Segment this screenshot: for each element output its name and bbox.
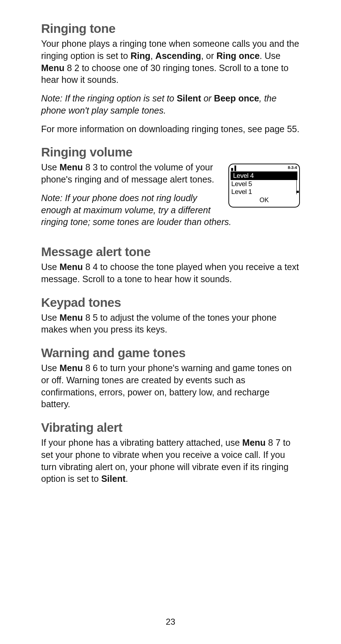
text: If your phone has a vibrating battery at…	[41, 438, 242, 448]
note-ringing-tone: Note: If the ringing option is set to Si…	[41, 93, 300, 117]
text: Use	[41, 162, 59, 172]
bold-menu: Menu	[41, 63, 64, 73]
scrollbar-icon	[296, 179, 298, 194]
para-message-alert: Use Menu 8 4 to choose the tone played w…	[41, 261, 300, 285]
text: . Use	[260, 51, 280, 61]
para-keypad-tones: Use Menu 8 5 to adjust the volume of the…	[41, 312, 300, 336]
bold-menu: Menu	[59, 162, 83, 172]
bold-beep-once: Beep once	[214, 93, 259, 103]
signal-icon: ▖▌	[231, 165, 237, 171]
page-number: 23	[0, 617, 341, 627]
para-warning-tones: Use Menu 8 6 to turn your phone's warnin…	[41, 362, 300, 410]
heading-keypad-tones: Keypad tones	[41, 295, 300, 310]
text: ,	[150, 51, 155, 61]
note-text: or	[201, 93, 214, 103]
text: 8 2 to choose one of 30 ringing tones. S…	[41, 63, 288, 85]
heading-warning-tones: Warning and game tones	[41, 346, 300, 360]
heading-ringing-volume: Ringing volume	[41, 145, 300, 159]
text: Use	[41, 313, 59, 323]
bold-ring-once: Ring once	[216, 51, 260, 61]
heading-ringing-tone: Ringing tone	[41, 21, 300, 36]
para-ringing-tone-1: Your phone plays a ringing tone when som…	[41, 38, 300, 86]
screen-row: Level 5	[229, 180, 299, 188]
bold-silent: Silent	[101, 474, 125, 484]
bold-ascending: Ascending	[155, 51, 201, 61]
bold-ring: Ring	[130, 51, 150, 61]
screen-row-selected: Level 4	[231, 171, 297, 180]
bold-menu: Menu	[242, 438, 266, 448]
menu-code: 8-3-4	[288, 165, 297, 170]
text: .	[125, 474, 128, 484]
bold-menu: Menu	[59, 313, 83, 323]
text: , or	[201, 51, 216, 61]
bold-menu: Menu	[59, 262, 83, 272]
phone-screen-illustration: ▖▌ 8-3-4 Level 4 Level 5 Level 1 OK	[228, 164, 300, 208]
para-vibrating-alert: If your phone has a vibrating battery at…	[41, 437, 300, 485]
para-ringing-tone-3: For more information on downloading ring…	[41, 123, 300, 135]
heading-vibrating-alert: Vibrating alert	[41, 420, 300, 435]
text: Use	[41, 363, 59, 373]
bold-silent: Silent	[177, 93, 201, 103]
screen-row: Level 1	[229, 188, 299, 196]
softkey-ok: OK	[229, 196, 299, 204]
text: Use	[41, 262, 59, 272]
heading-message-alert: Message alert tone	[41, 245, 300, 259]
note-text: Note: If the ringing option is set to	[41, 93, 177, 103]
bold-menu: Menu	[59, 363, 83, 373]
